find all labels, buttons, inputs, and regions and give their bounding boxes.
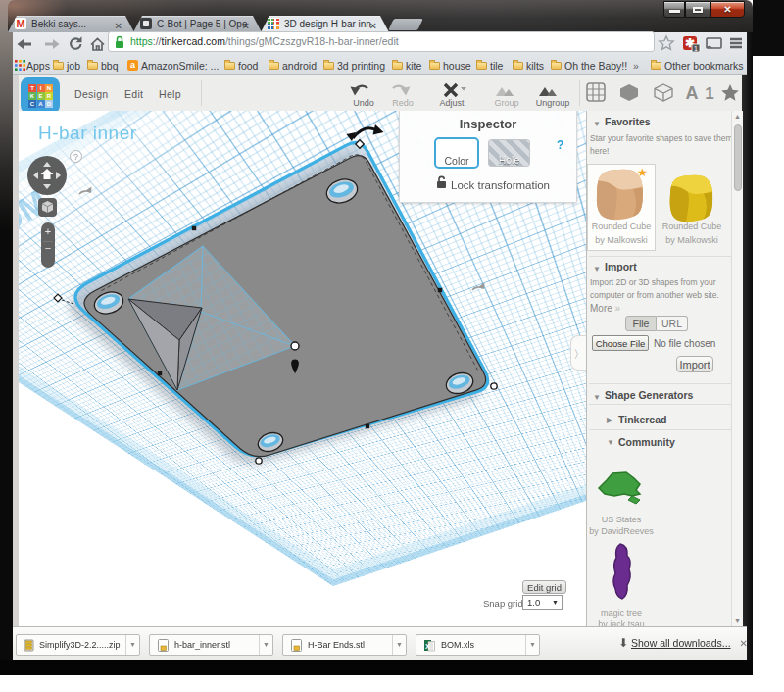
svg-text:A: A — [686, 83, 699, 103]
svg-text:1: 1 — [705, 84, 713, 103]
svg-text:1: 1 — [694, 45, 698, 52]
svg-text:X: X — [425, 642, 430, 651]
